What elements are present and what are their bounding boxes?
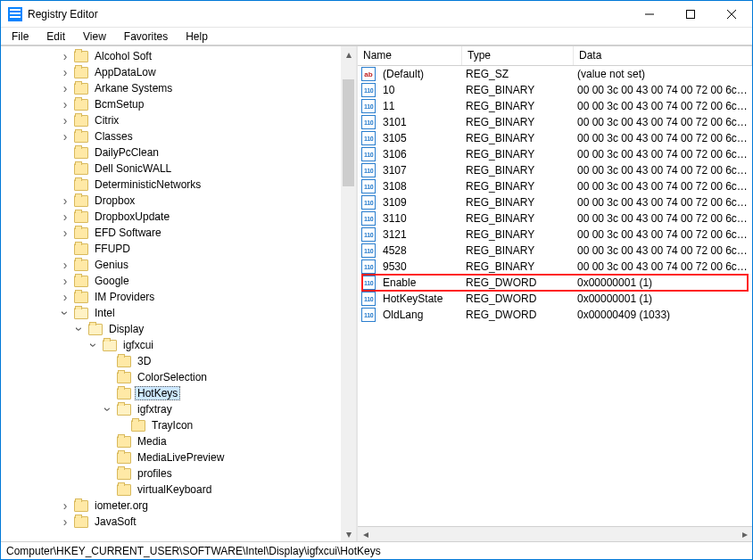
tree-expand-icon[interactable] — [101, 402, 115, 416]
tree-node-label[interactable]: EFD Software — [92, 226, 164, 239]
tree-node[interactable]: AppDataLow — [1, 64, 341, 80]
list-row[interactable]: 110EnableREG_DWORD0x00000001 (1) — [358, 275, 752, 291]
tree-node[interactable]: Dell SonicWALL — [1, 161, 341, 177]
tree-node-label[interactable]: Media — [135, 435, 170, 448]
tree-node[interactable]: virtualKeyboard — [1, 482, 341, 498]
tree-node-label[interactable]: profiles — [135, 467, 175, 480]
list-row[interactable]: 1103106REG_BINARY00 00 3c 00 43 00 74 00… — [358, 146, 752, 162]
tree-node[interactable]: DropboxUpdate — [1, 209, 341, 225]
tree-node-label[interactable]: AppDataLow — [92, 66, 159, 78]
tree-expand-icon[interactable] — [58, 97, 72, 111]
tree-node-label[interactable]: IM Providers — [92, 291, 157, 303]
tree-node[interactable]: Dropbox — [1, 193, 341, 209]
tree-node-label[interactable]: DropboxUpdate — [92, 210, 172, 223]
tree-node[interactable]: DeterministicNetworks — [1, 177, 341, 193]
tree-node-label[interactable]: Dell SonicWALL — [92, 162, 174, 175]
titlebar[interactable]: Registry Editor — [1, 1, 752, 28]
tree-node-label[interactable]: ColorSelection — [135, 371, 210, 383]
tree-node-label[interactable]: igfxtray — [135, 403, 175, 416]
list-row[interactable]: 1109530REG_BINARY00 00 3c 00 43 00 74 00… — [358, 259, 752, 275]
tree-node-label[interactable]: BcmSetup — [92, 98, 146, 111]
tree-node[interactable]: HotKeys — [1, 385, 341, 401]
tree-vertical-scrollbar[interactable]: ▴ ▾ — [341, 46, 356, 541]
tree-node-label[interactable]: DailyPcClean — [92, 146, 161, 159]
menu-favorites[interactable]: Favorites — [117, 28, 175, 45]
tree-node-label[interactable]: MediaLivePreview — [135, 451, 227, 464]
tree-expand-icon[interactable] — [58, 306, 72, 320]
tree-node[interactable]: Citrix — [1, 112, 341, 128]
menu-view[interactable]: View — [76, 28, 113, 45]
tree-scroll-area[interactable]: Alcohol SoftAppDataLowArkane SystemsBcmS… — [1, 46, 341, 541]
tree-expand-icon[interactable] — [72, 322, 87, 336]
tree-node-label[interactable]: Arkane Systems — [92, 82, 175, 95]
column-header-type[interactable]: Type — [462, 46, 574, 65]
tree-node-label[interactable]: FFUPD — [92, 243, 133, 255]
tree-node[interactable]: Media — [1, 433, 341, 449]
tree-expand-icon[interactable] — [58, 210, 72, 224]
tree-expand-icon[interactable] — [58, 113, 72, 128]
tree-expand-icon[interactable] — [58, 65, 72, 79]
tree-node-label[interactable]: Citrix — [92, 114, 121, 127]
list-row[interactable]: 110OldLangREG_DWORD0x00000409 (1033) — [358, 307, 752, 323]
tree-node[interactable]: Genius — [1, 257, 341, 273]
column-header-data[interactable]: Data — [574, 46, 752, 65]
tree-expand-icon[interactable] — [58, 498, 72, 513]
list-body[interactable]: ab(Default)REG_SZ(value not set)11010REG… — [358, 66, 752, 526]
tree-node[interactable]: 3D — [1, 353, 341, 369]
tree-node[interactable]: igfxcui — [1, 337, 341, 353]
list-row[interactable]: 1103110REG_BINARY00 00 3c 00 43 00 74 00… — [358, 210, 752, 226]
tree-node-label[interactable]: JavaSoft — [92, 515, 139, 528]
tree-node-label[interactable]: Genius — [92, 259, 131, 271]
tree-expand-icon[interactable] — [87, 338, 101, 352]
menu-help[interactable]: Help — [178, 28, 215, 45]
tree-node[interactable]: DailyPcClean — [1, 144, 341, 161]
list-header[interactable]: Name Type Data — [358, 46, 752, 66]
tree-node[interactable]: Intel — [1, 305, 341, 321]
list-row[interactable]: 1103108REG_BINARY00 00 3c 00 43 00 74 00… — [358, 178, 752, 194]
tree-expand-icon[interactable] — [58, 226, 72, 240]
list-row[interactable]: 1103121REG_BINARY00 00 3c 00 43 00 74 00… — [358, 226, 752, 243]
list-row[interactable]: 1103101REG_BINARY00 00 3c 00 43 00 74 00… — [358, 114, 752, 130]
scroll-left-icon[interactable]: ◂ — [358, 527, 373, 542]
tree-expand-icon[interactable] — [58, 290, 72, 304]
tree-node-label[interactable]: HotKeys — [135, 386, 180, 400]
tree-node[interactable]: MediaLivePreview — [1, 449, 341, 465]
list-row[interactable]: 110HotKeyStateREG_DWORD0x00000001 (1) — [358, 291, 752, 307]
tree-node-label[interactable]: igfxcui — [120, 339, 156, 351]
tree-node-label[interactable]: Alcohol Soft — [92, 50, 154, 62]
list-row[interactable]: 1104528REG_BINARY00 00 3c 00 43 00 74 00… — [358, 243, 752, 259]
maximize-button[interactable] — [670, 1, 711, 28]
tree-node-label[interactable]: Intel — [92, 307, 118, 319]
tree-node[interactable]: iometer.org — [1, 498, 341, 514]
list-row[interactable]: ab(Default)REG_SZ(value not set) — [358, 66, 752, 82]
tree-node-label[interactable]: DeterministicNetworks — [92, 178, 203, 191]
tree-node-label[interactable]: iometer.org — [92, 499, 151, 512]
tree-expand-icon[interactable] — [58, 515, 72, 529]
list-row[interactable]: 1103105REG_BINARY00 00 3c 00 43 00 74 00… — [358, 130, 752, 146]
tree-expand-icon[interactable] — [58, 274, 72, 288]
tree-node-label[interactable]: Classes — [92, 130, 136, 143]
scroll-up-icon[interactable]: ▴ — [341, 46, 356, 62]
tree-node[interactable]: Google — [1, 273, 341, 289]
tree-node[interactable]: BcmSetup — [1, 96, 341, 112]
tree-node[interactable]: igfxtray — [1, 401, 341, 417]
column-header-name[interactable]: Name — [358, 46, 462, 65]
tree-node[interactable]: EFD Software — [1, 225, 341, 241]
tree-expand-icon[interactable] — [58, 194, 72, 208]
scroll-down-icon[interactable]: ▾ — [341, 526, 356, 541]
close-button[interactable] — [711, 1, 752, 28]
scroll-right-icon[interactable]: ▸ — [737, 527, 752, 542]
list-row[interactable]: 11010REG_BINARY00 00 3c 00 43 00 74 00 7… — [358, 82, 752, 98]
scroll-thumb[interactable] — [343, 79, 354, 186]
tree-node[interactable]: Classes — [1, 128, 341, 144]
tree-node[interactable]: Arkane Systems — [1, 80, 341, 96]
tree-expand-icon[interactable] — [58, 129, 72, 144]
menu-file[interactable]: File — [4, 28, 36, 45]
list-row[interactable]: 1103107REG_BINARY00 00 3c 00 43 00 74 00… — [358, 162, 752, 178]
tree-node-label[interactable]: Display — [106, 323, 146, 335]
tree-node[interactable]: Alcohol Soft — [1, 48, 341, 64]
tree-expand-icon[interactable] — [58, 49, 72, 63]
tree-node-label[interactable]: TrayIcon — [149, 419, 195, 432]
tree-node-label[interactable]: 3D — [135, 355, 153, 367]
menu-edit[interactable]: Edit — [39, 28, 72, 45]
